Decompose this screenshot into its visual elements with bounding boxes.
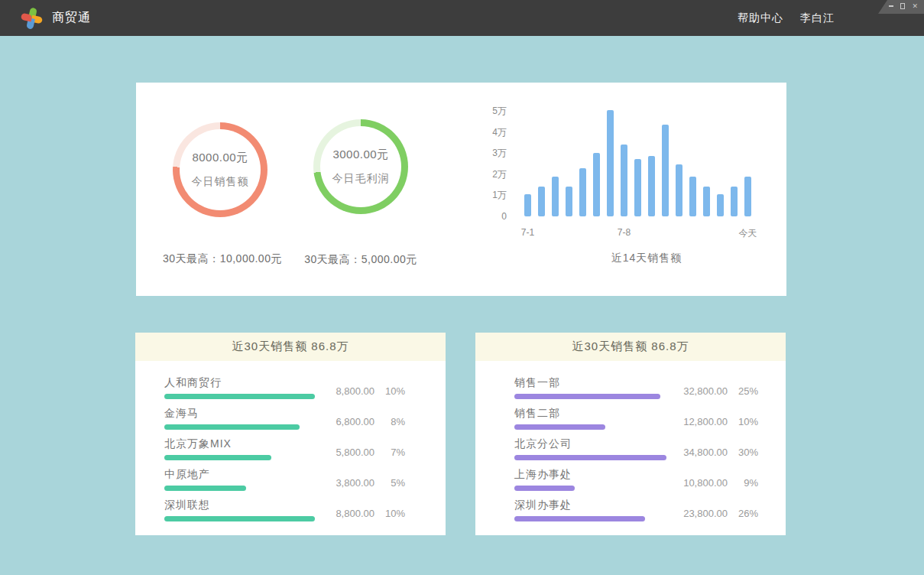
item-bar: [164, 424, 300, 430]
item-bar: [164, 455, 271, 460]
item-amount: 34,800.00: [663, 447, 728, 458]
y-tick-label: 2万: [468, 168, 507, 180]
item-amount: 8,800.00: [310, 508, 374, 519]
help-center-link[interactable]: 帮助中心: [738, 11, 783, 25]
item-bar: [514, 516, 645, 521]
item-amount: 32,800.00: [663, 385, 728, 397]
sales-chart-title: 近14天销售额: [532, 252, 761, 265]
item-amount: 10,800.00: [663, 477, 728, 489]
list-item: 北京万象MIX5,800.007%: [164, 437, 405, 460]
item-bar: [514, 486, 575, 491]
bar: [621, 145, 627, 216]
bar: [634, 159, 641, 216]
bar: [524, 194, 531, 216]
bar: [703, 187, 710, 216]
maximize-icon[interactable]: [900, 3, 906, 9]
item-bar: [514, 394, 660, 399]
topbar-menu: 帮助中心 李白江: [738, 0, 835, 36]
item-values: 12,800.0010%: [663, 416, 758, 427]
item-percent: 10%: [728, 416, 758, 427]
item-amount: 12,800.00: [663, 416, 728, 427]
bar: [689, 177, 696, 216]
donut-center: 8000.00元 今日销售额: [180, 129, 261, 210]
app-header: 商贸通 帮助中心 李白江 ✕: [0, 0, 924, 36]
today-profit-value: 3000.00元: [332, 148, 388, 162]
item-bar: [164, 394, 315, 399]
item-percent: 30%: [728, 447, 758, 458]
app-logo-icon: [20, 6, 44, 30]
item-values: 8,800.0010%: [310, 508, 405, 519]
item-percent: 10%: [374, 508, 405, 519]
item-values: 3,800.005%: [310, 477, 405, 489]
item-values: 23,800.0026%: [663, 508, 758, 519]
today-sales-label: 今日销售额: [192, 175, 249, 189]
donut-center: 3000.00元 今日毛利润: [320, 126, 401, 207]
item-values: 32,800.0025%: [663, 385, 758, 397]
list-item: 深圳办事处23,800.0026%: [514, 498, 758, 521]
today-sales-donut: 8000.00元 今日销售额: [173, 122, 267, 217]
item-amount: 23,800.00: [663, 508, 728, 519]
item-amount: 8,800.00: [310, 385, 374, 397]
list-item: 北京分公司34,800.0030%: [514, 437, 758, 460]
item-values: 34,800.0030%: [663, 447, 758, 458]
y-tick-label: 4万: [468, 126, 507, 138]
minimize-icon[interactable]: [889, 5, 893, 7]
item-values: 10,800.009%: [663, 477, 758, 489]
app-window: 商贸通 帮助中心 李白江 ✕ 8000.00元 今日销售额 30天最高：10,0…: [0, 0, 924, 36]
bar: [717, 194, 724, 216]
bar: [566, 187, 572, 216]
item-percent: 10%: [374, 385, 405, 397]
x-tick-label: 今天: [739, 227, 757, 240]
window-controls: ✕: [878, 0, 924, 14]
bar: [579, 168, 586, 216]
item-amount: 3,800.00: [310, 477, 374, 489]
item-percent: 5%: [374, 477, 405, 489]
department-sales-card: 近30天销售额 86.8万 销售一部32,800.0025%销售二部12,800…: [475, 333, 786, 535]
close-icon[interactable]: ✕: [912, 3, 918, 10]
list-item: 人和商贸行8,800.0010%: [164, 375, 405, 399]
list-item: 深圳联想8,800.0010%: [164, 498, 405, 521]
bar: [662, 125, 669, 216]
x-tick-label: 7-8: [618, 227, 631, 238]
customer-list: 人和商贸行8,800.0010%金海马6,800.008%北京万象MIX5,80…: [135, 361, 446, 521]
sales-chart-plot: [524, 111, 754, 216]
item-percent: 25%: [728, 385, 758, 397]
y-tick-label: 3万: [468, 147, 507, 159]
customer-card-title: 近30天销售额 86.8万: [135, 333, 446, 361]
list-item: 销售二部12,800.0010%: [514, 406, 758, 430]
bar: [676, 164, 682, 216]
user-name-link[interactable]: 李白江: [800, 11, 835, 25]
today-profit-max-note: 30天最高：5,000.00元: [254, 253, 468, 267]
today-profit-donut: 3000.00元 今日毛利润: [313, 119, 408, 214]
today-sales-value: 8000.00元: [192, 151, 248, 165]
list-item: 销售一部32,800.0025%: [514, 375, 758, 399]
bar: [731, 187, 738, 216]
item-amount: 6,800.00: [310, 416, 374, 427]
sales-chart-x-axis: 7-17-8今天: [524, 223, 754, 236]
today-summary-card: 8000.00元 今日销售额 30天最高：10,000.00元 3000.00元…: [136, 83, 786, 296]
bar: [538, 187, 545, 216]
item-percent: 26%: [728, 508, 758, 519]
item-bar: [514, 424, 605, 430]
item-percent: 8%: [374, 416, 405, 427]
item-bar: [514, 455, 666, 460]
department-card-title: 近30天销售额 86.8万: [475, 333, 786, 361]
sales-chart-y-axis: 5万4万3万2万1万0: [468, 111, 507, 216]
item-percent: 9%: [728, 477, 758, 489]
bar: [607, 110, 614, 216]
bar: [648, 156, 655, 216]
item-values: 6,800.008%: [310, 416, 405, 427]
item-bar: [164, 516, 315, 521]
dashboard: 8000.00元 今日销售额 30天最高：10,000.00元 3000.00元…: [0, 36, 924, 575]
bar: [593, 153, 600, 216]
list-item: 上海办事处10,800.009%: [514, 467, 758, 491]
today-profit-label: 今日毛利润: [332, 172, 390, 186]
x-tick-label: 7-1: [521, 227, 534, 238]
item-values: 5,800.007%: [310, 447, 405, 458]
app-title: 商贸通: [52, 10, 91, 26]
y-tick-label: 1万: [468, 189, 507, 201]
y-tick-label: 5万: [468, 105, 507, 117]
department-list: 销售一部32,800.0025%销售二部12,800.0010%北京分公司34,…: [475, 361, 786, 521]
bar: [552, 177, 559, 216]
item-bar: [164, 486, 246, 491]
